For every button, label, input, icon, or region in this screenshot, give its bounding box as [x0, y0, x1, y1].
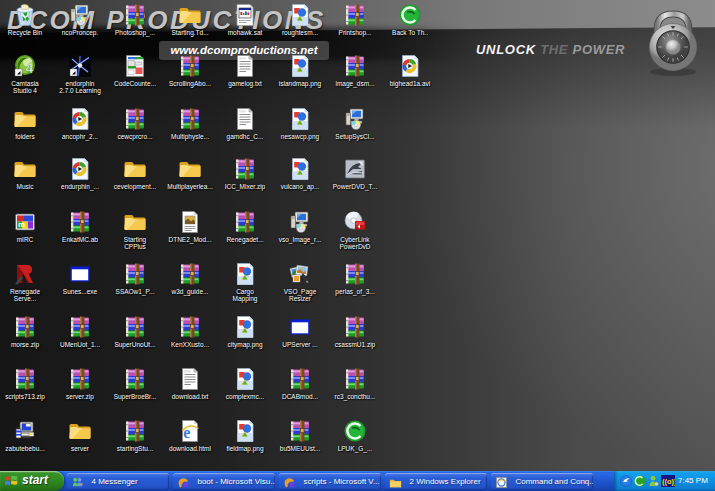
svg-text:((o)): ((o)) [662, 477, 675, 486]
